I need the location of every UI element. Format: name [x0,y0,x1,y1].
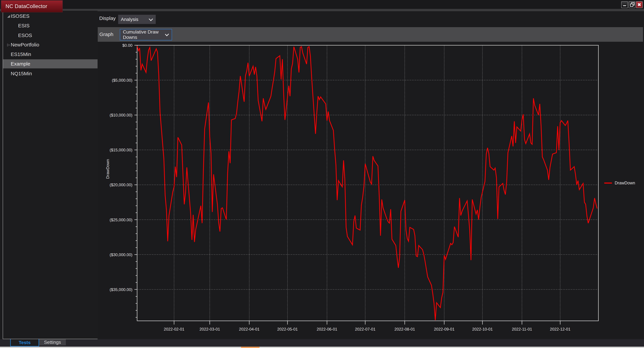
y-tick-label: ($25,000.00) [110,218,132,222]
legend-label: DrawDown [615,180,635,186]
close-button[interactable]: ✖ [636,1,643,8]
app-title: NC DataCollector [1,3,47,10]
taskbar-edge [0,347,644,348]
x-tick-label: 2022-05-01 [277,327,298,332]
plot-border [137,45,598,321]
x-tick-label: 2022-08-01 [394,327,415,332]
tree-expanded-icon[interactable]: ◢ [6,14,11,18]
sidebar-item-newportfolio[interactable]: ▷NewPortfolio [3,40,98,49]
y-axis-title: DrawDown [106,159,110,179]
display-label: Display [99,16,116,21]
sidebar-tree: ◢ISOSESESISESOS▷NewPortfolioES15MinExamp… [3,11,98,339]
sidebar-item-example[interactable]: Example [3,59,98,68]
sidebar-item-label: NewPortfolio [11,42,39,48]
x-tick-label: 2022-10-01 [472,327,493,332]
y-tick-label: ($35,000.00) [110,287,132,292]
sidebar-item-label: ES15Min [11,52,31,57]
display-dropdown[interactable]: Analysis [118,15,156,24]
sidebar-item-label: ESIS [18,23,30,28]
x-tick-label: 2022-11-01 [512,327,532,332]
sidebar-item-isoses[interactable]: ◢ISOSES [3,12,98,20]
sidebar-item-es15min[interactable]: ES15Min [3,50,98,59]
sidebar-item-label: ISOSES [11,13,30,19]
graph-label: Graph [100,32,113,37]
minimize-icon [623,5,626,6]
tree-collapsed-icon[interactable]: ▷ [6,43,11,47]
graph-dropdown[interactable]: Cumulative Draw Downs [120,29,172,40]
bottom-tab-bar: Tests Settings [0,339,644,347]
x-tick-label: 2022-02-01 [164,327,184,332]
legend: DrawDown [604,180,635,186]
taskbar-highlight [241,347,260,348]
sidebar-item-label: ESOS [18,32,32,38]
chart-panel: 2022-02-012022-03-012022-04-012022-05-01… [98,42,643,338]
x-tick-label: 2022-12-01 [550,327,570,332]
y-tick-label: ($10,000.00) [110,113,132,117]
y-tick-label: ($30,000.00) [110,252,132,257]
tab-tests[interactable]: Tests [10,339,39,346]
y-tick-label: ($5,000.00) [112,78,132,82]
x-tick-label: 2022-06-01 [317,327,337,332]
x-tick-label: 2022-04-01 [239,327,260,332]
graph-dropdown-value: Cumulative Draw Downs [120,29,166,40]
chevron-down-icon [149,17,153,21]
title-bar [0,0,644,9]
x-tick-label: 2022-09-01 [434,327,454,332]
sidebar-item-nq15min[interactable]: NQ15Min [3,69,98,78]
y-tick-label: ($20,000.00) [110,182,132,187]
series-line-drawdown [137,46,597,320]
drawdown-chart: 2022-02-012022-03-012022-04-012022-05-01… [98,42,643,338]
tab-settings[interactable]: Settings [39,339,66,345]
sidebar-item-esis[interactable]: ESIS [3,21,98,30]
sidebar-item-esos[interactable]: ESOS [3,31,98,40]
restore-button[interactable] [628,1,635,8]
graph-toolbar [98,27,643,42]
close-icon: ✖ [638,2,641,7]
app-title-tab: NC DataCollector [1,0,63,12]
y-tick-label: $0.00 [122,43,132,48]
legend-line-marker [604,182,612,184]
display-dropdown-value: Analysis [118,17,138,22]
y-tick-label: ($15,000.00) [110,148,132,152]
x-tick-label: 2022-03-01 [200,327,220,332]
x-tick-label: 2022-07-01 [355,327,376,332]
minimize-button[interactable] [621,1,628,8]
sidebar-item-label: NQ15Min [11,71,32,76]
sidebar-item-label: Example [11,61,30,67]
